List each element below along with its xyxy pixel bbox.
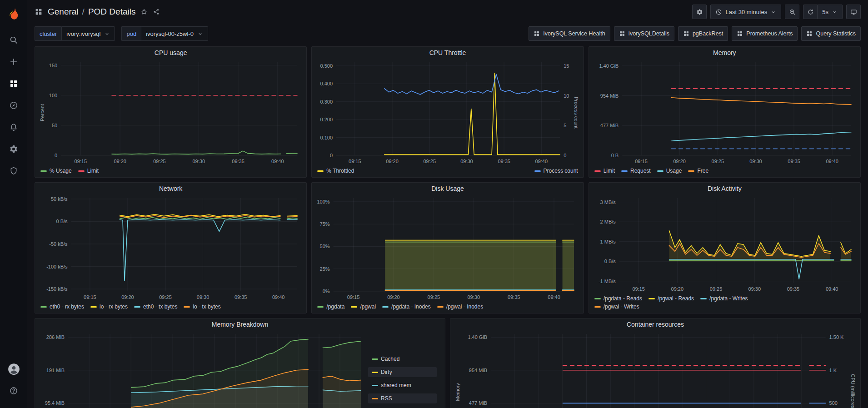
variable-value-dropdown[interactable]: ivory:ivorysql [61, 26, 115, 41]
sidebar-item-create[interactable] [0, 51, 27, 73]
refresh-interval-button[interactable]: 5s [818, 5, 843, 19]
svg-text:09:40: 09:40 [535, 159, 548, 164]
star-icon[interactable] [140, 8, 148, 15]
chart-area[interactable]: 95.4 MiB191 MiB286 MiB [39, 330, 366, 408]
variable-pod[interactable]: podivorysql-00-z5wl-0 [121, 26, 208, 41]
legend-item[interactable]: Limit [78, 168, 99, 174]
panel-title[interactable]: Memory [589, 47, 860, 59]
chart-canvas[interactable]: 05010015009:1509:2009:2509:3009:3509:40 [46, 59, 303, 166]
dashboard-link[interactable]: pgBackRest [678, 26, 728, 41]
panel-legend: CachedDirtyshared memRSS [366, 330, 441, 408]
compass-icon [9, 101, 18, 110]
dashboard-link[interactable]: Query Statistics [801, 26, 861, 41]
dashboard-settings-button[interactable] [692, 5, 707, 19]
svg-text:500: 500 [829, 400, 838, 406]
dashboard-link[interactable]: IvorySQL Service Health [529, 26, 610, 41]
legend-item[interactable]: /pgdata - Writes [700, 295, 748, 302]
chart-area[interactable]: 477 MiB954 MiB1.40 GiB5001 K1.50 K [461, 330, 849, 408]
time-range-picker[interactable]: Last 30 minutes [710, 5, 781, 19]
chart-area[interactable]: 50 kB/s0 B/s-50 kB/s-100 kB/s-150 kB/s09… [39, 194, 303, 302]
chart-area[interactable]: 0 B477 MiB954 MiB1.40 GiB09:1509:2009:25… [593, 59, 857, 166]
legend-item[interactable]: /pgdata [317, 304, 344, 310]
legend-item[interactable]: shared mem [368, 380, 437, 390]
legend-item[interactable]: Free [688, 168, 708, 174]
panel-memory-breakdown: Memory Breakdown95.4 MiB191 MiB286 MiBCa… [35, 318, 445, 408]
sidebar-item-server-admin[interactable] [0, 160, 27, 182]
chart-canvas[interactable]: 477 MiB954 MiB1.40 GiB5001 K1.50 K [461, 330, 849, 408]
chart-canvas[interactable]: 95.4 MiB191 MiB286 MiB [39, 330, 366, 408]
chart-area[interactable]: 00.1000.2000.3000.4000.50005101509:1509:… [315, 59, 572, 166]
legend-item[interactable]: lo - rx bytes [90, 304, 128, 310]
legend-series-label: RSS [381, 395, 392, 402]
svg-text:1 K: 1 K [829, 368, 837, 373]
panel-title[interactable]: Disk Usage [312, 183, 583, 194]
legend-item[interactable]: /pgdata - Inodes [382, 304, 431, 310]
zoom-out-button[interactable] [785, 5, 799, 19]
legend-item[interactable]: /pgwal - Inodes [437, 304, 483, 310]
apps-grid-icon [683, 30, 689, 37]
chart-area[interactable]: 0%25%50%75%100%09:1509:2009:2509:3009:35… [315, 194, 579, 302]
dashboard-link[interactable]: IvorySQLDetails [614, 26, 674, 41]
sidebar-item-search[interactable] [0, 29, 27, 51]
legend-item[interactable]: Usage [657, 168, 682, 174]
sidebar-item-help[interactable] [0, 380, 27, 402]
svg-text:15: 15 [564, 63, 569, 69]
chart-canvas[interactable]: 50 kB/s0 B/s-50 kB/s-100 kB/s-150 kB/s09… [39, 194, 303, 302]
legend-item[interactable]: /pgwal [351, 304, 376, 310]
chart-canvas[interactable]: 0 B477 MiB954 MiB1.40 GiB09:1509:2009:25… [593, 59, 857, 166]
svg-text:0: 0 [564, 153, 567, 158]
variable-value-dropdown[interactable]: ivorysql-00-z5wl-0 [141, 26, 208, 41]
gear-icon [9, 144, 18, 154]
legend-series-swatch [534, 170, 541, 172]
legend-item[interactable]: /pgwal - Reads [649, 295, 694, 302]
legend-item[interactable]: /pgdata - Reads [594, 295, 642, 302]
legend-item[interactable]: lo - tx bytes [184, 304, 220, 310]
legend-item[interactable]: Process count [534, 168, 578, 174]
panel-cpu-throttle: CPU Throttle00.1000.2000.3000.4000.50005… [311, 46, 584, 178]
dashboard-link[interactable]: Prometheus Alerts [732, 26, 798, 41]
tv-mode-button[interactable] [846, 5, 861, 19]
sidebar-item-alerting[interactable] [0, 116, 27, 138]
legend-item[interactable]: eth0 - tx bytes [134, 304, 177, 310]
legend-item[interactable]: Limit [594, 168, 615, 174]
svg-text:0: 0 [330, 153, 333, 158]
svg-text:09:20: 09:20 [386, 159, 399, 164]
sidebar-item-configuration[interactable] [0, 138, 27, 160]
legend-series-label: % Usage [50, 168, 72, 174]
panel-title[interactable]: Container resources [450, 318, 860, 330]
user-avatar[interactable] [0, 358, 27, 380]
legend-series-label: /pgdata [326, 304, 344, 310]
legend-series-swatch [184, 306, 190, 308]
legend-item[interactable]: RSS [368, 393, 437, 403]
panel-title[interactable]: Memory Breakdown [35, 318, 445, 330]
avatar-icon [8, 363, 20, 375]
chart-canvas[interactable]: -1 MB/s0 B/s1 MB/s2 MB/s3 MB/s09:1509:20… [593, 194, 857, 294]
legend-item[interactable]: /pgwal - Writes [594, 304, 639, 310]
legend-series-swatch [372, 385, 378, 386]
chart-area[interactable]: -1 MB/s0 B/s1 MB/s2 MB/s3 MB/s09:1509:20… [593, 194, 857, 294]
chart-canvas[interactable]: 00.1000.2000.3000.4000.50005101509:1509:… [315, 59, 572, 166]
share-icon[interactable] [153, 8, 160, 15]
legend-item[interactable]: eth0 - rx bytes [40, 304, 84, 310]
grafana-logo[interactable] [6, 0, 21, 29]
legend-item[interactable]: Request [621, 168, 651, 174]
panel-title[interactable]: CPU Throttle [312, 47, 583, 59]
svg-text:09:20: 09:20 [114, 159, 126, 164]
legend-item[interactable]: % Throttled [317, 168, 354, 174]
sidebar-item-explore[interactable] [0, 95, 27, 116]
panel-title[interactable]: Disk Activity [589, 183, 860, 194]
panel-title[interactable]: Network [35, 183, 306, 194]
refresh-button[interactable] [803, 5, 818, 19]
sidebar-item-dashboards[interactable] [0, 73, 27, 95]
chart-area[interactable]: 05010015009:1509:2009:2509:3009:3509:40 [46, 59, 303, 166]
svg-text:2 MB/s: 2 MB/s [600, 219, 616, 224]
dashboard-link-label: IvorySQLDetails [629, 30, 669, 37]
legend-item[interactable]: Cached [368, 354, 437, 364]
breadcrumb-section[interactable]: General [48, 7, 79, 17]
legend-item[interactable]: % Usage [40, 168, 72, 174]
right-axis-label: Process count [573, 59, 580, 166]
variable-cluster[interactable]: clusterivory:ivorysql [35, 26, 115, 41]
legend-item[interactable]: Dirty [368, 367, 437, 377]
chart-canvas[interactable]: 0%25%50%75%100%09:1509:2009:2509:3009:35… [315, 194, 579, 302]
panel-title[interactable]: CPU usage [35, 47, 306, 59]
